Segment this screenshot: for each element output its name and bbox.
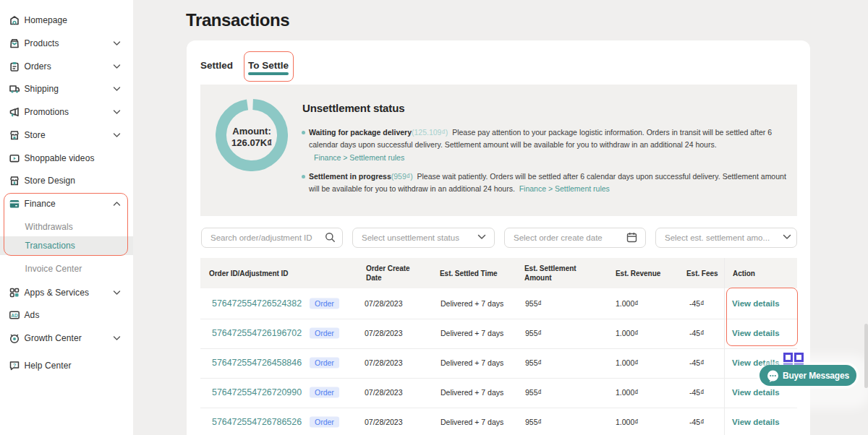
svg-text:AD: AD [11, 313, 18, 318]
svg-text:?: ? [13, 362, 17, 369]
